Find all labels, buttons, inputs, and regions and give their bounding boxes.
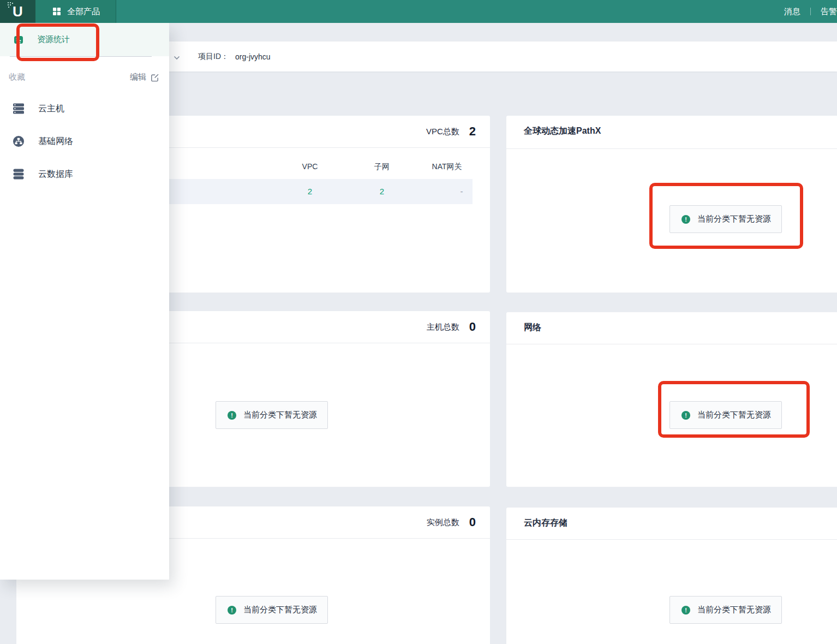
vpc-total-metric: VPC总数 2 xyxy=(426,116,476,147)
navbar-right-group: 消息 告警 xyxy=(784,0,837,23)
memstore-empty-text: 当前分类下暂无资源 xyxy=(697,605,771,615)
vpc-count-cell[interactable]: 2 xyxy=(294,179,326,204)
logo-dots-decoration xyxy=(8,2,9,3)
project-id-label: 项目ID： xyxy=(198,52,229,62)
sidebar-item-uhost[interactable]: 云主机 xyxy=(12,102,64,115)
edit-favorites-button[interactable]: 编辑 xyxy=(130,72,159,82)
pathx-card-title: 全球动态加速PathX xyxy=(524,116,601,146)
messages-link[interactable]: 消息 xyxy=(784,7,800,17)
vpc-table-header-subnet: 子网 xyxy=(366,162,398,172)
navbar-separator xyxy=(810,8,811,15)
logo-text: U xyxy=(13,4,23,19)
network-icon xyxy=(12,135,25,148)
sidebar-item-label: 云主机 xyxy=(38,103,64,115)
host-total-metric: 主机总数 0 xyxy=(427,311,476,343)
favorites-header: 收藏 编辑 xyxy=(9,72,159,82)
memstore-empty-state: ! 当前分类下暂无资源 xyxy=(669,596,782,624)
grid-icon xyxy=(52,7,61,16)
project-id-group: 项目ID： org-jvyhcu xyxy=(198,41,271,71)
server-icon xyxy=(12,102,25,115)
annotation-red-box-network-empty xyxy=(658,381,810,438)
sidebar-item-label: 基础网络 xyxy=(38,136,73,147)
alerts-link[interactable]: 告警 xyxy=(821,7,837,17)
instance-total-label: 实例总数 xyxy=(427,517,459,528)
natgw-count-cell: - xyxy=(429,179,494,204)
edit-icon xyxy=(151,73,159,82)
exclamation-icon: ! xyxy=(228,411,236,420)
vpc-total-value: 2 xyxy=(469,124,476,139)
subnet-count-cell[interactable]: 2 xyxy=(366,179,398,204)
card-divider xyxy=(506,148,837,149)
card-divider xyxy=(506,344,837,344)
card-divider xyxy=(506,539,837,540)
sidebar-item-basic-network[interactable]: 基础网络 xyxy=(12,135,73,148)
all-products-button[interactable]: 全部产品 xyxy=(35,0,116,23)
annotation-red-box-pathx-empty xyxy=(649,183,803,249)
network-card-title: 网络 xyxy=(524,312,541,343)
ucloud-logo[interactable]: U xyxy=(0,0,35,23)
sidebar-item-label: 云数据库 xyxy=(38,169,73,180)
project-id-value: org-jvyhcu xyxy=(235,52,271,61)
host-total-label: 主机总数 xyxy=(427,322,459,332)
chevron-down-icon xyxy=(174,56,180,60)
annotation-red-box-resource-stats xyxy=(16,23,99,61)
sidebar-item-udb[interactable]: 云数据库 xyxy=(12,168,73,181)
all-products-label: 全部产品 xyxy=(67,7,100,17)
memstore-card-title: 云内存存储 xyxy=(524,508,567,538)
exclamation-icon: ! xyxy=(681,606,690,615)
vpc-total-label: VPC总数 xyxy=(426,127,459,137)
products-sidebar-panel: 资源统计 收藏 编辑 云主机 xyxy=(0,23,169,580)
instance-empty-text: 当前分类下暂无资源 xyxy=(243,605,317,615)
host-empty-state: ! 当前分类下暂无资源 xyxy=(216,401,328,429)
vpc-table-header-vpc: VPC xyxy=(294,162,326,171)
database-icon xyxy=(12,168,25,181)
vpc-table-header-natgw: NAT网关 xyxy=(414,162,480,172)
instance-empty-state: ! 当前分类下暂无资源 xyxy=(216,596,328,624)
host-empty-text: 当前分类下暂无资源 xyxy=(243,410,317,420)
instance-total-metric: 实例总数 0 xyxy=(427,506,476,538)
exclamation-icon: ! xyxy=(228,606,236,615)
favorites-label: 收藏 xyxy=(9,72,25,82)
memstore-card: 云内存存储 ! 当前分类下暂无资源 xyxy=(506,508,837,644)
instance-total-value: 0 xyxy=(469,515,476,529)
edit-label: 编辑 xyxy=(130,72,146,82)
app-root: 项目ID： org-jvyhcu VPC总数 2 VPC 子网 NAT网关 2 … xyxy=(0,0,837,644)
top-navbar: U 全部产品 消息 告警 xyxy=(0,0,837,23)
host-total-value: 0 xyxy=(469,320,476,334)
project-dropdown[interactable] xyxy=(174,52,180,62)
